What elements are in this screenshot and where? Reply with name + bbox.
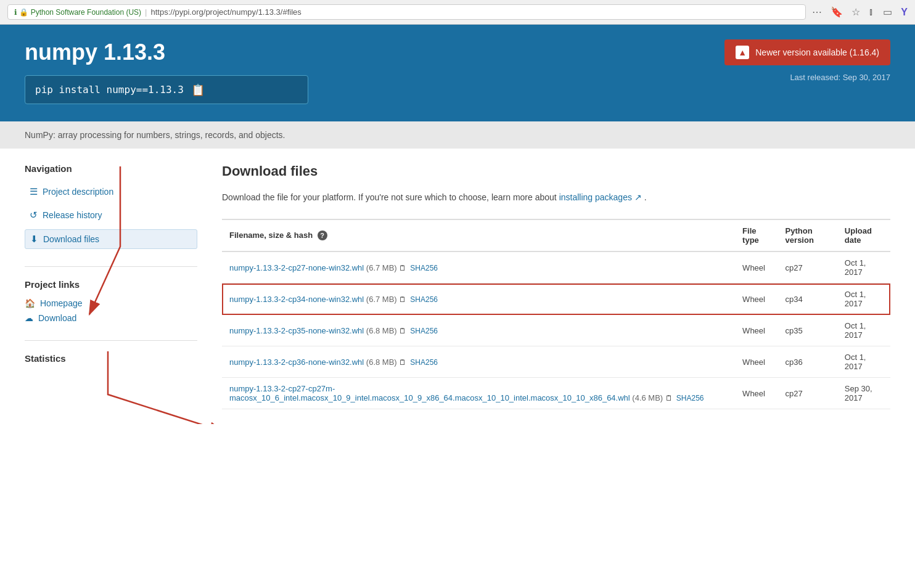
table-row: numpy-1.13.3-2-cp34-none-win32.whl (6.7 … — [222, 284, 890, 315]
file-link[interactable]: numpy-1.13.3-2-cp27-none-win32.whl — [229, 263, 364, 272]
warning-icon: ▲ — [736, 46, 749, 59]
installing-packages-link[interactable]: installing packages ↗ — [559, 192, 644, 202]
list-icon: ☰ — [30, 186, 38, 197]
sha256-link[interactable]: SHA256 — [410, 264, 438, 272]
star-icon[interactable]: ☆ — [851, 6, 860, 18]
download-link[interactable]: ☁ Download — [25, 313, 197, 323]
file-link[interactable]: numpy-1.13.3-2-cp35-none-win32.whl — [229, 326, 364, 335]
upload-date-cell: Oct 1, 2017 — [837, 284, 890, 315]
col-upload-date: Upload date — [837, 219, 890, 251]
upload-date-cell: Oct 1, 2017 — [837, 346, 890, 378]
file-type-cell: Wheel — [735, 251, 778, 284]
intro-text: Download the file for your platform. If … — [222, 192, 559, 202]
url-text: https://pypi.org/project/numpy/1.13.3/#f… — [151, 7, 302, 17]
sidebar-link-download-files[interactable]: ⬇ Download files — [25, 229, 197, 249]
hash-icon: 🗒 — [399, 327, 406, 335]
install-command-box[interactable]: pip install numpy==1.13.3 📋 — [25, 75, 308, 104]
sidebar-item-release-history[interactable]: ↺ Release history — [25, 206, 197, 224]
newer-version-text: Newer version available (1.16.4) — [755, 47, 879, 57]
copy-icon[interactable]: 📋 — [191, 83, 205, 96]
file-link[interactable]: numpy-1.13.3-2-cp36-none-win32.whl — [229, 357, 364, 367]
library-icon[interactable]: ⫾ — [869, 6, 874, 18]
hash-help-icon[interactable]: ? — [318, 231, 327, 240]
download-intro: Download the file for your platform. If … — [222, 190, 890, 204]
site-header: numpy 1.13.3 pip install numpy==1.13.3 📋… — [0, 25, 915, 121]
python-version-cell: cp27 — [778, 378, 837, 409]
sha256-link[interactable]: SHA256 — [676, 394, 704, 402]
table-row: numpy-1.13.3-2-cp36-none-win32.whl (6.8 … — [222, 346, 890, 378]
sidebar-label-release-history: Release history — [43, 210, 102, 220]
file-size: (4.6 MB) — [630, 393, 665, 402]
statistics-title: Statistics — [25, 353, 197, 364]
intro-suffix: . — [644, 192, 647, 202]
sha256-link[interactable]: SHA256 — [410, 327, 438, 335]
project-links-list: 🏠 Homepage ☁ Download — [25, 298, 197, 323]
file-size: (6.7 MB) — [364, 263, 399, 272]
hash-icon: 🗒 — [665, 394, 673, 402]
navigation-title: Navigation — [25, 163, 197, 174]
content: Download files Download the file for you… — [222, 163, 890, 409]
description-bar: NumPy: array processing for numbers, str… — [0, 121, 915, 149]
pocket-icon[interactable]: 🔖 — [831, 6, 843, 18]
home-icon: 🏠 — [25, 298, 35, 308]
last-released-text: Last released: Sep 30, 2017 — [790, 73, 890, 82]
col-filename: Filename, size & hash ? — [222, 219, 735, 251]
package-description: NumPy: array processing for numbers, str… — [25, 130, 285, 140]
sidebar: Navigation ☰ Project description ↺ Relea… — [25, 163, 197, 409]
installing-packages-link-text: installing packages — [559, 192, 632, 202]
file-cell: numpy-1.13.3-2-cp35-none-win32.whl (6.8 … — [222, 315, 735, 346]
security-label: Python Software Foundation (US) — [31, 8, 141, 17]
sidebar-divider-2 — [25, 340, 197, 341]
file-type-cell: Wheel — [735, 284, 778, 315]
more-icon[interactable]: ⋯ — [812, 6, 822, 18]
upload-date-cell: Oct 1, 2017 — [837, 315, 890, 346]
col-filetype: File type — [735, 219, 778, 251]
file-link[interactable]: numpy-1.13.3-2-cp34-none-win32.whl — [229, 295, 364, 304]
file-size: (6.7 MB) — [364, 295, 399, 304]
file-size: (6.8 MB) — [364, 357, 399, 367]
browser-toolbar: ⋯ 🔖 ☆ ⫾ ▭ Y — [812, 6, 908, 18]
python-version-cell: cp27 — [778, 251, 837, 284]
project-links-title: Project links — [25, 279, 197, 290]
sha256-link[interactable]: SHA256 — [410, 295, 438, 304]
package-title: numpy 1.13.3 — [25, 39, 308, 65]
sidebar-link-release-history[interactable]: ↺ Release history — [25, 206, 197, 224]
file-link[interactable]: numpy-1.13.3-2-cp27-cp27m-macosx_10_6_in… — [229, 384, 630, 402]
file-size: (6.8 MB) — [364, 326, 399, 335]
col-python-version: Python version — [778, 219, 837, 251]
download-nav-icon: ⬇ — [30, 234, 38, 245]
sidebar-link-project-description[interactable]: ☰ Project description — [25, 182, 197, 201]
sidebar-toggle-icon[interactable]: ▭ — [883, 6, 892, 18]
sidebar-item-project-description[interactable]: ☰ Project description — [25, 182, 197, 201]
download-label: Download — [38, 313, 76, 323]
upload-date-cell: Oct 1, 2017 — [837, 251, 890, 284]
cloud-download-icon: ☁ — [25, 313, 33, 323]
sidebar-item-download-files[interactable]: ⬇ Download files — [25, 229, 197, 249]
homepage-link[interactable]: 🏠 Homepage — [25, 298, 197, 308]
address-bar[interactable]: ℹ 🔒 Python Software Foundation (US) | ht… — [7, 4, 806, 20]
file-cell: numpy-1.13.3-2-cp27-cp27m-macosx_10_6_in… — [222, 378, 735, 409]
history-icon: ↺ — [30, 210, 38, 221]
content-heading: Download files — [222, 163, 890, 179]
python-version-cell: cp35 — [778, 315, 837, 346]
hash-icon: 🗒 — [399, 295, 406, 304]
y-icon[interactable]: Y — [901, 7, 908, 18]
external-link-icon: ↗ — [634, 192, 642, 202]
header-left: numpy 1.13.3 pip install numpy==1.13.3 📋 — [25, 39, 308, 104]
file-cell: numpy-1.13.3-2-cp36-none-win32.whl (6.8 … — [222, 346, 735, 378]
homepage-label: Homepage — [40, 298, 83, 308]
sidebar-label-project-description: Project description — [43, 187, 113, 197]
file-type-cell: Wheel — [735, 378, 778, 409]
project-link-download[interactable]: ☁ Download — [25, 313, 197, 323]
browser-chrome: ℹ 🔒 Python Software Foundation (US) | ht… — [0, 0, 915, 25]
newer-version-badge[interactable]: ▲ Newer version available (1.16.4) — [724, 39, 890, 65]
file-type-cell: Wheel — [735, 315, 778, 346]
python-version-cell: cp36 — [778, 346, 837, 378]
sha256-link[interactable]: SHA256 — [410, 358, 438, 367]
project-link-homepage[interactable]: 🏠 Homepage — [25, 298, 197, 308]
table-row: numpy-1.13.3-2-cp35-none-win32.whl (6.8 … — [222, 315, 890, 346]
table-row: numpy-1.13.3-2-cp27-none-win32.whl (6.7 … — [222, 251, 890, 284]
upload-date-cell: Sep 30, 2017 — [837, 378, 890, 409]
sidebar-divider — [25, 266, 197, 267]
file-cell: numpy-1.13.3-2-cp34-none-win32.whl (6.7 … — [222, 284, 735, 315]
